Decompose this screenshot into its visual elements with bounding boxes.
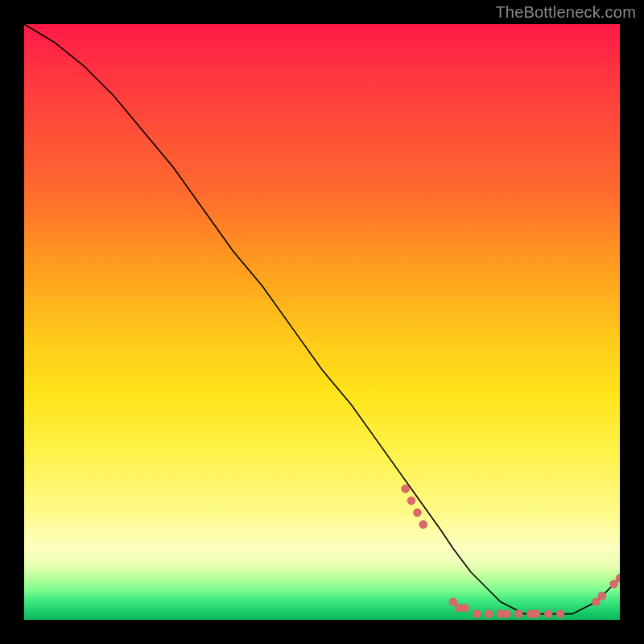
data-point [598,592,606,600]
scatter-markers [402,485,620,617]
data-point [449,598,457,606]
data-point [461,604,469,612]
chart-frame: TheBottleneck.com [0,0,644,644]
data-point [544,610,552,618]
data-point [419,521,427,529]
chart-svg [24,24,620,620]
bottleneck-curve [24,24,620,614]
data-point [514,610,522,618]
watermark-text: TheBottleneck.com [495,3,636,22]
data-point [407,497,415,505]
data-point [485,610,493,618]
data-point [502,610,510,618]
data-point [556,610,564,618]
data-point [413,509,421,517]
data-point [592,598,600,606]
data-point [610,580,618,588]
data-point [532,610,540,618]
plot-area [24,24,620,620]
data-point [402,485,410,493]
data-point [473,610,481,618]
